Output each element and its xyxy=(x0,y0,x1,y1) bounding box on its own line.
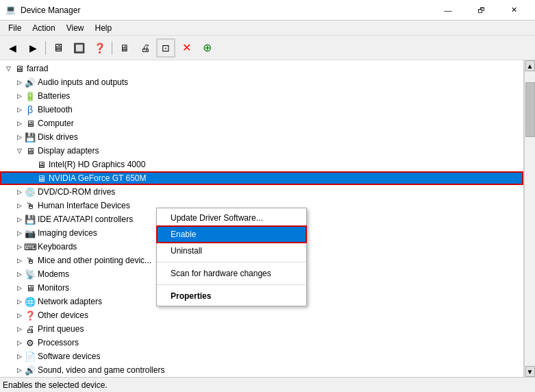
tree-item-intel-gpu[interactable]: 🖥 Intel(R) HD Graphics 4000 xyxy=(0,158,523,171)
computer-toggle[interactable]: ▷ xyxy=(14,117,25,130)
modems-toggle[interactable]: ▷ xyxy=(14,267,25,281)
batteries-toggle[interactable]: ▷ xyxy=(14,89,25,103)
context-properties[interactable]: Properties xyxy=(157,288,306,304)
processors-toggle[interactable]: ▷ xyxy=(14,336,25,350)
dvd-toggle[interactable]: ▷ xyxy=(14,185,25,199)
toolbar-display[interactable]: 🖥 xyxy=(115,38,134,58)
print-toggle[interactable]: ▷ xyxy=(14,322,25,336)
menu-file[interactable]: File xyxy=(3,22,27,34)
status-bar: Enables the selected device. xyxy=(0,377,535,392)
scroll-thumb[interactable] xyxy=(525,82,535,137)
toolbar-properties[interactable]: 🔲 xyxy=(69,38,88,58)
menu-action[interactable]: Action xyxy=(27,22,60,34)
context-menu: Update Driver Software... Enable Uninsta… xyxy=(156,208,307,306)
root-icon: 🖥 xyxy=(14,63,25,74)
window-icon: 💻 xyxy=(5,5,16,16)
maximize-button[interactable]: 🗗 xyxy=(465,0,497,21)
context-update-driver[interactable]: Update Driver Software... xyxy=(157,210,306,226)
status-text: Enables the selected device. xyxy=(3,380,108,390)
hid-toggle[interactable]: ▷ xyxy=(14,199,25,212)
toolbar-sep-2 xyxy=(112,41,112,55)
other-toggle[interactable]: ▷ xyxy=(14,308,25,322)
toolbar-scan[interactable]: ⊡ xyxy=(156,38,175,58)
tree-item-sound[interactable]: ▷ 🔊 Sound, video and game controllers xyxy=(0,363,523,377)
window-title: Device Manager xyxy=(21,5,432,15)
network-toggle[interactable]: ▷ xyxy=(14,295,25,308)
software-toggle[interactable]: ▷ xyxy=(14,350,25,363)
vertical-scrollbar[interactable]: ▲ ▼ xyxy=(524,60,535,377)
nvidia-toggle xyxy=(25,171,36,185)
menu-view[interactable]: View xyxy=(61,22,90,34)
toolbar-help[interactable]: ❓ xyxy=(90,38,109,58)
toolbar-add[interactable]: ⊕ xyxy=(197,38,216,58)
tree-item-computer[interactable]: ▷ 🖥 Computer xyxy=(0,117,523,130)
audio-toggle[interactable]: ▷ xyxy=(14,75,25,89)
minimize-button[interactable]: — xyxy=(432,0,464,21)
main-area: ▽ 🖥 farrad ▷ 🔊 Audio inputs and outputs … xyxy=(0,60,535,377)
toolbar-computer[interactable]: 🖥 xyxy=(49,38,68,58)
toolbar-back[interactable]: ◀ xyxy=(3,38,22,58)
tree-item-batteries[interactable]: ▷ 🔋 Batteries xyxy=(0,89,523,103)
tree-item-audio[interactable]: ▷ 🔊 Audio inputs and outputs xyxy=(0,75,523,89)
context-uninstall[interactable]: Uninstall xyxy=(157,243,306,259)
context-sep-1 xyxy=(157,262,306,262)
toolbar-print[interactable]: 🖨 xyxy=(136,38,155,58)
mice-toggle[interactable]: ▷ xyxy=(14,254,25,267)
context-sep-2 xyxy=(157,284,306,285)
root-toggle[interactable]: ▽ xyxy=(3,62,14,75)
context-enable[interactable]: Enable xyxy=(157,226,306,243)
imaging-toggle[interactable]: ▷ xyxy=(14,226,25,240)
menu-help[interactable]: Help xyxy=(90,22,118,34)
window-controls: — 🗗 ✕ xyxy=(432,0,530,21)
context-scan[interactable]: Scan for hardware changes xyxy=(157,265,306,282)
tree-item-other[interactable]: ▷ ❓ Other devices xyxy=(0,308,523,322)
toolbar-forward[interactable]: ▶ xyxy=(23,38,42,58)
monitors-toggle[interactable]: ▷ xyxy=(14,281,25,295)
tree-item-display[interactable]: ▽ 🖥 Display adapters xyxy=(0,144,523,158)
tree-item-nvidia-gpu[interactable]: 🖥 NVIDIA GeForce GT 650M xyxy=(0,171,523,185)
toolbar: ◀ ▶ 🖥 🔲 ❓ 🖥 🖨 ⊡ ✕ ⊕ xyxy=(0,36,535,60)
bluetooth-toggle[interactable]: ▷ xyxy=(14,103,25,117)
tree-item-dvd[interactable]: ▷ 💿 DVD/CD-ROM drives xyxy=(0,185,523,199)
disk-toggle[interactable]: ▷ xyxy=(14,130,25,144)
intel-gpu-toggle xyxy=(25,158,36,171)
title-bar: 💻 Device Manager — 🗗 ✕ xyxy=(0,0,535,21)
root-label: farrad xyxy=(27,64,48,73)
tree-item-software[interactable]: ▷ 📄 Software devices xyxy=(0,350,523,363)
tree-item-processors[interactable]: ▷ ⚙ Processors xyxy=(0,336,523,350)
ide-toggle[interactable]: ▷ xyxy=(14,212,25,226)
tree-item-print[interactable]: ▷ 🖨 Print queues xyxy=(0,322,523,336)
scroll-up[interactable]: ▲ xyxy=(525,60,535,71)
tree-item-disk[interactable]: ▷ 💾 Disk drives xyxy=(0,130,523,144)
display-toggle[interactable]: ▽ xyxy=(14,144,25,158)
sound-toggle[interactable]: ▷ xyxy=(14,363,25,377)
close-button[interactable]: ✕ xyxy=(498,0,530,21)
toolbar-remove[interactable]: ✕ xyxy=(177,38,196,58)
toolbar-sep-1 xyxy=(45,41,46,55)
scroll-down[interactable]: ▼ xyxy=(525,366,535,377)
menu-bar: File Action View Help xyxy=(0,21,535,36)
tree-item-bluetooth[interactable]: ▷ β Bluetooth xyxy=(0,103,523,117)
tree-root[interactable]: ▽ 🖥 farrad xyxy=(0,62,523,75)
